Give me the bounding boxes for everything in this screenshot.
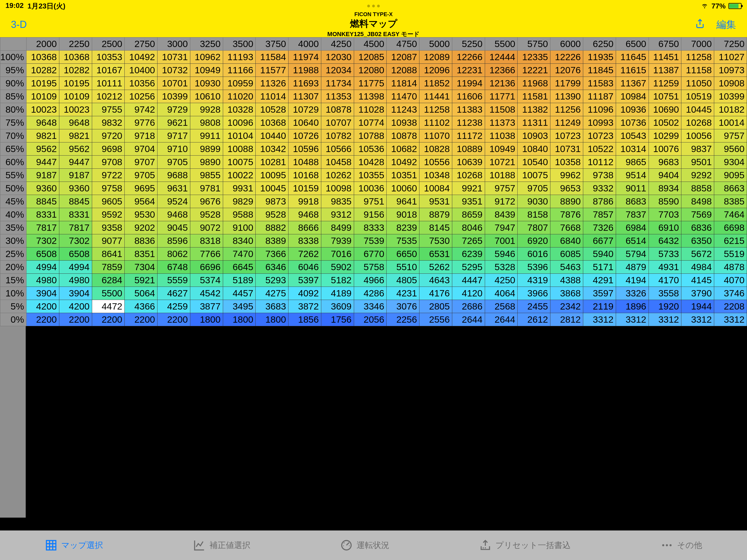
col-header[interactable]: 6500 bbox=[616, 37, 649, 51]
fuel-cell[interactable]: 10566 bbox=[321, 143, 354, 156]
fuel-cell[interactable]: 2568 bbox=[485, 300, 518, 313]
fuel-cell[interactable]: 6748 bbox=[157, 261, 190, 274]
col-header[interactable]: 5500 bbox=[485, 37, 518, 51]
fuel-cell[interactable]: 11050 bbox=[681, 77, 714, 90]
row-header[interactable]: 50% bbox=[0, 182, 27, 195]
fuel-cell[interactable]: 9855 bbox=[190, 169, 223, 182]
fuel-cell[interactable]: 9718 bbox=[125, 129, 157, 143]
fuel-cell[interactable]: 3312 bbox=[616, 313, 649, 326]
fuel-cell[interactable]: 9187 bbox=[26, 169, 59, 182]
fuel-cell[interactable]: 5374 bbox=[190, 274, 223, 287]
fuel-cell[interactable]: 11508 bbox=[485, 103, 518, 116]
fuel-cell[interactable]: 9722 bbox=[92, 169, 125, 182]
fuel-cell[interactable]: 6696 bbox=[190, 261, 223, 274]
fuel-cell[interactable]: 10399 bbox=[157, 90, 190, 103]
fuel-cell[interactable]: 5463 bbox=[550, 261, 583, 274]
fuel-cell[interactable]: 7817 bbox=[26, 221, 59, 234]
fuel-cell[interactable]: 2805 bbox=[419, 300, 452, 313]
fuel-cell[interactable]: 10445 bbox=[681, 103, 714, 116]
fuel-cell[interactable]: 10262 bbox=[321, 169, 354, 182]
fuel-cell[interactable]: 10536 bbox=[354, 143, 387, 156]
fuel-cell[interactable]: 12089 bbox=[419, 51, 452, 64]
fuel-cell[interactable]: 10556 bbox=[419, 156, 452, 169]
fuel-cell[interactable]: 5189 bbox=[223, 274, 256, 287]
fuel-cell[interactable]: 9072 bbox=[190, 221, 223, 234]
fuel-cell[interactable]: 4805 bbox=[387, 274, 419, 287]
fuel-cell[interactable]: 7535 bbox=[387, 234, 419, 248]
fuel-cell[interactable]: 3790 bbox=[681, 287, 714, 300]
fuel-cell[interactable]: 3326 bbox=[616, 287, 649, 300]
fuel-cell[interactable]: 11307 bbox=[288, 90, 321, 103]
fuel-cell[interactable]: 9468 bbox=[288, 208, 321, 221]
fuel-cell[interactable]: 9292 bbox=[681, 169, 714, 182]
fuel-cell[interactable]: 9928 bbox=[190, 103, 223, 116]
fuel-cell[interactable]: 7262 bbox=[288, 248, 321, 261]
fuel-cell[interactable]: 11852 bbox=[419, 77, 452, 90]
fuel-cell[interactable]: 12030 bbox=[321, 51, 354, 64]
fuel-cell[interactable]: 6046 bbox=[288, 261, 321, 274]
fuel-cell[interactable]: 2256 bbox=[387, 313, 419, 326]
fuel-cell[interactable]: 5500 bbox=[92, 287, 125, 300]
fuel-cell[interactable]: 10167 bbox=[92, 64, 125, 77]
fuel-cell[interactable]: 6650 bbox=[387, 248, 419, 261]
fuel-cell[interactable]: 9447 bbox=[26, 156, 59, 169]
fuel-cell[interactable]: 7326 bbox=[583, 221, 616, 234]
col-header[interactable]: 2000 bbox=[26, 37, 59, 51]
fuel-cell[interactable]: 10878 bbox=[387, 129, 419, 143]
fuel-cell[interactable]: 3346 bbox=[354, 300, 387, 313]
fuel-cell[interactable]: 8659 bbox=[452, 208, 485, 221]
fuel-cell[interactable]: 6239 bbox=[452, 248, 485, 261]
fuel-cell[interactable]: 10908 bbox=[714, 77, 747, 90]
fuel-cell[interactable]: 8062 bbox=[157, 248, 190, 261]
fuel-cell[interactable]: 2812 bbox=[550, 313, 583, 326]
fuel-cell[interactable]: 2686 bbox=[452, 300, 485, 313]
row-header[interactable]: 70% bbox=[0, 129, 27, 143]
row-header[interactable]: 10% bbox=[0, 287, 27, 300]
fuel-cell[interactable]: 4200 bbox=[59, 300, 92, 313]
fuel-cell[interactable]: 4447 bbox=[452, 274, 485, 287]
fuel-cell[interactable]: 5396 bbox=[518, 261, 550, 274]
fuel-cell[interactable]: 9808 bbox=[190, 116, 223, 129]
fuel-cell[interactable]: 8338 bbox=[288, 234, 321, 248]
fuel-cell[interactable]: 3312 bbox=[649, 313, 681, 326]
row-header[interactable]: 65% bbox=[0, 143, 27, 156]
fuel-cell[interactable]: 8596 bbox=[157, 234, 190, 248]
fuel-cell[interactable]: 10112 bbox=[583, 156, 616, 169]
fuel-cell[interactable]: 10492 bbox=[125, 51, 157, 64]
fuel-cell[interactable]: 4259 bbox=[157, 300, 190, 313]
fuel-cell[interactable]: 1756 bbox=[321, 313, 354, 326]
fuel-cell[interactable]: 2200 bbox=[26, 313, 59, 326]
col-header[interactable]: 6000 bbox=[550, 37, 583, 51]
fuel-cell[interactable]: 7807 bbox=[518, 221, 550, 234]
fuel-cell[interactable]: 7857 bbox=[583, 208, 616, 221]
fuel-cell[interactable]: 9653 bbox=[550, 182, 583, 195]
fuel-cell[interactable]: 9312 bbox=[321, 208, 354, 221]
fuel-cell[interactable]: 10522 bbox=[583, 143, 616, 156]
fuel-cell[interactable]: 8590 bbox=[649, 195, 681, 208]
fuel-cell[interactable]: 10109 bbox=[26, 90, 59, 103]
fuel-cell[interactable]: 10356 bbox=[125, 77, 157, 90]
fuel-cell[interactable]: 2200 bbox=[59, 313, 92, 326]
fuel-cell[interactable]: 10342 bbox=[256, 143, 288, 156]
col-header[interactable]: 3000 bbox=[157, 37, 190, 51]
fuel-cell[interactable]: 10368 bbox=[59, 51, 92, 64]
fuel-cell[interactable]: 4627 bbox=[157, 287, 190, 300]
fuel-cell[interactable]: 10903 bbox=[518, 129, 550, 143]
fuel-cell[interactable]: 10076 bbox=[649, 143, 681, 156]
fuel-cell[interactable]: 6350 bbox=[681, 234, 714, 248]
fuel-cell[interactable]: 5171 bbox=[583, 261, 616, 274]
fuel-cell[interactable]: 9899 bbox=[190, 143, 223, 156]
fuel-cell[interactable]: 9045 bbox=[157, 221, 190, 234]
fuel-cell[interactable]: 5921 bbox=[125, 274, 157, 287]
fuel-cell[interactable]: 4064 bbox=[485, 287, 518, 300]
row-header[interactable]: 80% bbox=[0, 103, 27, 116]
fuel-cell[interactable]: 9562 bbox=[26, 143, 59, 156]
fuel-cell[interactable]: 10959 bbox=[223, 77, 256, 90]
fuel-cell[interactable]: 4231 bbox=[387, 287, 419, 300]
fuel-cell[interactable]: 10036 bbox=[354, 182, 387, 195]
fuel-cell[interactable]: 8331 bbox=[59, 208, 92, 221]
fuel-cell[interactable]: 9717 bbox=[157, 129, 190, 143]
fuel-cell[interactable]: 11311 bbox=[518, 116, 550, 129]
fuel-cell[interactable]: 11373 bbox=[485, 116, 518, 129]
fuel-cell[interactable]: 11326 bbox=[256, 77, 288, 90]
